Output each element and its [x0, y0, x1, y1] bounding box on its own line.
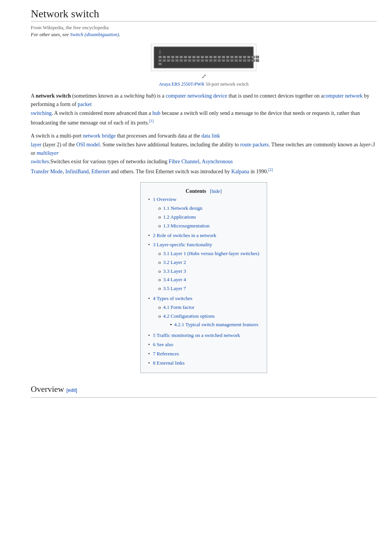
from-wikipedia: From Wikipedia, the free encyclopedia	[31, 25, 377, 31]
disambiguation-link[interactable]: Switch (disambiguation)	[70, 32, 119, 37]
toc-link-3-1[interactable]: 3.1 Layer 1 (Hubs versus higher-layer sw…	[163, 250, 259, 258]
toc-link-5[interactable]: 5 Traffic monitoring on a switched netwo…	[153, 332, 240, 340]
toc-link-3-5[interactable]: 3.5 Layer 7	[163, 285, 186, 293]
toc-link-3-4[interactable]: 3.4 Layer 4	[163, 276, 186, 284]
bold-network-switch: network switch	[36, 93, 71, 99]
toc-item-2: 2 Role of switches in a network	[148, 232, 259, 240]
toc-link-4-1[interactable]: 4.1 Form factor	[163, 304, 194, 312]
disambiguation-text: For other uses, see	[31, 32, 69, 37]
caption-ers-link[interactable]: ERS 2550T-PWR	[172, 81, 204, 87]
toc-sub-3-2: o 3.2 Layer 2	[158, 259, 259, 267]
toc-item-4: 4 Types of switches o 4.1 Form factor o …	[148, 295, 259, 330]
page-title: Network switch	[31, 8, 377, 22]
link-hub[interactable]: hub	[153, 110, 161, 116]
toc-sub-1-1: o 1.1 Network design	[158, 204, 209, 212]
intro-paragraph-2: A switch is a multi-port network bridge …	[31, 132, 377, 176]
link-data-link-layer[interactable]: data linklayer	[31, 133, 220, 147]
ref-1[interactable]: [1]	[149, 119, 154, 123]
article-body: A network switch (sometimes known as a s…	[31, 92, 377, 398]
link-atm[interactable]: AsynchronousTransfer Mode	[31, 159, 233, 174]
link-ethernet[interactable]: Ethernet	[91, 168, 110, 174]
toc-item-1: 1 Overview o 1.1 Network design o 1.2 Ap…	[148, 196, 259, 231]
toc-link-overview[interactable]: 1 Overview	[153, 196, 209, 204]
toc-item-6: 6 See also	[148, 341, 259, 349]
toc-sub-3-3: o 3.3 Layer 3	[158, 267, 259, 275]
toc-link-3[interactable]: 3 Layer-specific functionality	[153, 241, 259, 249]
overview-section-title: Overview[edit]	[31, 382, 377, 397]
toc-sub-1-3: o 1.3 Microsegmentation	[158, 222, 209, 230]
toc-link-1-1[interactable]: 1.1 Network design	[163, 204, 203, 212]
link-packet-switching[interactable]: packetswitching	[31, 101, 92, 116]
toc-link-6[interactable]: 6 See also	[153, 341, 173, 349]
toc-list: 1 Overview o 1.1 Network design o 1.2 Ap…	[148, 196, 259, 367]
toc-item-7: 7 References	[148, 350, 259, 358]
toc-hide-link[interactable]: [hide]	[210, 188, 222, 194]
toc-sub-3-1: o 3.1 Layer 1 (Hubs versus higher-layer …	[158, 250, 259, 258]
toc-link-2[interactable]: 2 Role of switches in a network	[153, 232, 216, 240]
disambiguation-line: For other uses, see Switch (disambiguati…	[31, 32, 377, 38]
toc-link-4-2-1[interactable]: 4.2.1 Typical switch management features	[174, 321, 258, 329]
toc-sub-4-2: o 4.2 Configuration options 4.2.1 Typica…	[158, 312, 258, 330]
toc-link-1-2[interactable]: 1.2 Applications	[163, 213, 196, 221]
toc-link-4-2[interactable]: 4.2 Configuration options	[163, 313, 215, 319]
link-kalpana[interactable]: Kalpana	[231, 168, 249, 174]
link-network-bridge[interactable]: network bridge	[83, 133, 116, 139]
table-of-contents: Contents [hide] 1 Overview o 1.1 Network…	[140, 182, 267, 373]
caption-avaya-link[interactable]: Avaya	[159, 81, 170, 87]
ref-2[interactable]: [2]	[268, 168, 273, 172]
image-resize-icon[interactable]: ⤢	[201, 73, 206, 80]
toc-sub-1-2: o 1.2 Applications	[158, 213, 209, 221]
toc-link-1-3[interactable]: 1.3 Microsegmentation	[163, 222, 210, 230]
link-route-packets[interactable]: route packets	[240, 142, 269, 148]
link-multilayer-switches[interactable]: multilayerswitches	[31, 150, 59, 164]
toc-item-5: 5 Traffic monitoring on a switched netwo…	[148, 332, 259, 340]
toc-link-3-3[interactable]: 3.3 Layer 3	[163, 267, 186, 275]
link-infiniband[interactable]: InfiniBand	[65, 168, 89, 174]
toc-item-8: 8 External links	[148, 359, 259, 367]
italic-multilayer-switches: multilayerswitches	[31, 150, 59, 164]
switch-image-container: ⤢ Avaya ERS 2550T-PWR 50-port network sw…	[146, 44, 261, 87]
overview-edit-link[interactable]: [edit]	[66, 387, 77, 393]
image-caption: Avaya ERS 2550T-PWR 50-port network swit…	[146, 81, 261, 87]
toc-sub-4-1: o 4.1 Form factor	[158, 304, 258, 312]
intro-paragraph-1: A network switch (sometimes known as a s…	[31, 92, 377, 127]
toc-link-3-2[interactable]: 3.2 Layer 2	[163, 259, 186, 267]
toc-sub-3-4: o 3.4 Layer 4	[158, 276, 259, 284]
toc-link-4[interactable]: 4 Types of switches	[153, 295, 258, 303]
link-osi-model[interactable]: OSI model	[76, 142, 100, 148]
link-computer-networking-device[interactable]: computer networking device	[166, 93, 227, 99]
overview-title-text: Overview	[31, 384, 64, 394]
link-computer-network[interactable]: computer network	[323, 93, 362, 99]
toc-link-8[interactable]: 8 External links	[153, 359, 184, 367]
link-fibre-channel[interactable]: Fibre Channel	[169, 159, 199, 164]
toc-title: Contents [hide]	[148, 187, 259, 196]
italic-layer3: layer-3	[360, 142, 375, 148]
toc-link-7[interactable]: 7 References	[153, 350, 179, 358]
toc-sub-3-5: o 3.5 Layer 7	[158, 285, 259, 293]
italic-switching-hub: switching hub	[124, 93, 154, 99]
toc-sub-4-2-1: 4.2.1 Typical switch management features	[170, 321, 259, 329]
toc-item-3: 3 Layer-specific functionality o 3.1 Lay…	[148, 241, 259, 294]
